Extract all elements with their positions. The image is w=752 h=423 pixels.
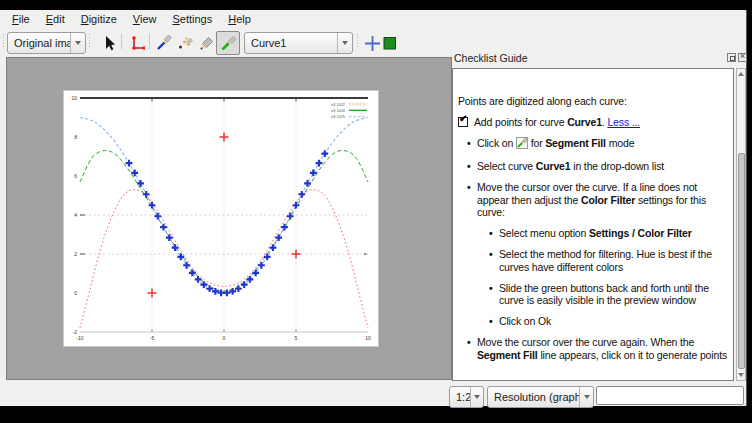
toolbar-handle[interactable]: [88, 33, 91, 49]
bullet-icon: •: [467, 336, 471, 349]
axis-points-tool-button[interactable]: [126, 32, 148, 54]
checklist-item: •Click on Ok: [458, 315, 727, 328]
x-tick-label: 10: [365, 335, 371, 341]
add-points-checkbox[interactable]: ✔: [458, 117, 468, 127]
crosshair-icon: [364, 35, 381, 52]
checklist-text: mode: [606, 137, 634, 149]
green-curve: [80, 150, 368, 291]
checklist-item: •Move the cursor over the curve again. W…: [458, 336, 727, 361]
segment-fill-icon: [220, 35, 237, 52]
checklist-item: •Move the cursor over the curve. If a li…: [458, 181, 727, 219]
curve-selector[interactable]: Curve1: [244, 32, 353, 54]
y-tick-label: 0: [74, 290, 77, 296]
legend-label: x3 10/2: [331, 102, 346, 107]
checklist-text: Select menu option: [499, 227, 589, 239]
digitized-point-marker: [321, 150, 328, 157]
curve-selector-value: Curve1: [245, 37, 337, 49]
checklist-item: •Select curve Curve1 in the drop-down li…: [458, 160, 727, 173]
menu-item-help[interactable]: Help: [220, 11, 259, 27]
checklist-item: ✔Add points for curve Curve1. Less ...: [458, 116, 727, 129]
y-tick-label: 10: [71, 95, 77, 101]
toolbar-handle[interactable]: [2, 33, 5, 49]
screenshot: FileEditDigitizeViewSettingsHelp Origina…: [0, 0, 752, 423]
digitized-point-marker: [316, 160, 323, 167]
panel-scrollbar[interactable]: [736, 68, 746, 381]
menu-item-view[interactable]: View: [125, 11, 165, 27]
select-cursor-icon: [101, 35, 117, 51]
check-icon: ✔: [459, 113, 467, 126]
axis-point-marker: [148, 289, 157, 298]
point-match-tool-button[interactable]: [174, 32, 196, 54]
zoom-selector[interactable]: 1:2: [449, 386, 484, 408]
coordinates-mode-selector[interactable]: Resolution (graph):: [487, 386, 594, 408]
bullet-icon: •: [489, 282, 493, 295]
app-window: FileEditDigitizeViewSettingsHelp Origina…: [0, 10, 747, 406]
original-image[interactable]: 1086420-2-10-50510x3 10/2x3 10/4x3 10/5: [63, 90, 379, 347]
digitized-point-marker: [160, 224, 167, 231]
checklist-item: •Click on for Segment Fill mode: [458, 137, 727, 152]
chevron-down-icon: [579, 387, 593, 407]
checklist-text: Click on Ok: [499, 315, 551, 327]
emphasis-text: Curve1: [567, 116, 602, 128]
menu-bar: FileEditDigitizeViewSettingsHelp: [0, 10, 746, 28]
menu-item-digitize[interactable]: Digitize: [73, 11, 125, 27]
axis-point-marker: [292, 250, 301, 259]
checklist-text: line appears, click on it to generate po…: [538, 349, 727, 361]
checklist-text: Select curve: [477, 160, 536, 172]
emphasis-text: Curve1: [536, 160, 571, 172]
color-picker-icon: [198, 35, 214, 51]
digitized-point-marker: [281, 224, 288, 231]
checklist-text: Add points for curve: [474, 116, 567, 128]
axis-points-icon: [129, 35, 145, 51]
digitized-point-marker: [206, 285, 213, 292]
toolbar-handle[interactable]: [356, 33, 359, 49]
menu-item-settings[interactable]: Settings: [164, 11, 220, 27]
digitized-point-marker: [304, 180, 311, 187]
y-tick-label: 4: [74, 212, 77, 218]
digitized-point-marker: [143, 191, 150, 198]
curve-point-icon: [156, 35, 172, 51]
curve-point-tool-button[interactable]: [153, 32, 175, 54]
segment-fill-tool-button[interactable]: [216, 31, 240, 55]
curve-color-swatch[interactable]: [379, 32, 401, 54]
checklist-item: •Select the method for filtering. Hue is…: [458, 248, 727, 273]
color-picker-tool-button[interactable]: [195, 32, 217, 54]
checklist-text: Points are digitized along each curve:: [458, 95, 627, 107]
select-tool-button[interactable]: [98, 32, 120, 54]
scroll-up-button[interactable]: [737, 69, 745, 79]
bullet-icon: •: [467, 137, 471, 150]
emphasis-text: Settings / Color Filter: [589, 227, 692, 239]
bullet-icon: •: [467, 181, 471, 194]
status-bar: 1:2 Resolution (graph):: [0, 381, 746, 406]
menu-item-file[interactable]: File: [4, 11, 38, 27]
close-panel-button[interactable]: ×: [738, 53, 747, 62]
checklist-text: Click on: [477, 137, 516, 149]
status-value-field[interactable]: [596, 386, 744, 405]
bullet-icon: •: [489, 315, 493, 328]
y-tick-label: 2: [74, 251, 77, 257]
toolbar-separator: [121, 33, 122, 49]
x-tick-label: 0: [223, 335, 226, 341]
checklist-text: Move the cursor over the curve again. Wh…: [477, 336, 694, 348]
toolbar-separator: [149, 33, 150, 49]
panel-title: Checklist Guide: [454, 52, 528, 64]
less-link[interactable]: Less ...: [607, 116, 640, 128]
legend-label: x3 10/5: [331, 114, 346, 119]
bullet-icon: •: [467, 160, 471, 173]
emphasis-text: Segment Fill: [477, 349, 538, 361]
digitized-point-marker: [126, 160, 133, 167]
x-tick-label: -5: [150, 335, 155, 341]
y-tick-label: 8: [74, 134, 77, 140]
graph-canvas[interactable]: 1086420-2-10-50510x3 10/2x3 10/4x3 10/5: [6, 57, 452, 380]
checklist-text: in the drop-down list: [570, 160, 664, 172]
coordinates-mode-value: Resolution (graph):: [488, 391, 579, 403]
digitized-point-marker: [137, 180, 144, 187]
float-icon: [730, 56, 735, 61]
background-selector[interactable]: Original image: [7, 32, 86, 54]
scrollbar-thumb[interactable]: [738, 153, 745, 369]
chevron-down-icon: [70, 33, 85, 53]
checklist-text: Select the method for filtering. Hue is …: [499, 248, 712, 273]
float-panel-button[interactable]: [727, 53, 736, 62]
scroll-down-button[interactable]: [737, 370, 745, 380]
menu-item-edit[interactable]: Edit: [38, 11, 73, 27]
